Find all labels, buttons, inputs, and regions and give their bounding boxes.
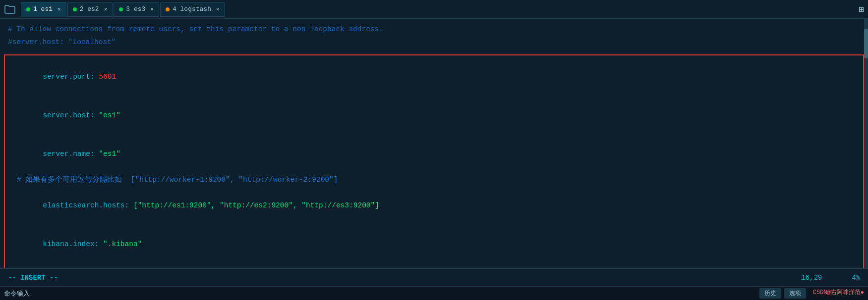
server-port-val: 5601 bbox=[99, 73, 116, 81]
kibana-index-val: ".kibana" bbox=[103, 240, 142, 248]
editor-area: # To allow connections from remote users… bbox=[0, 19, 868, 268]
tab-close-logstash[interactable]: ✕ bbox=[216, 6, 220, 12]
tab-es2[interactable]: 2 es2 ✕ bbox=[67, 2, 113, 17]
tab-dot-es1 bbox=[26, 7, 30, 11]
tab-label-es3: 3 es3 bbox=[126, 5, 145, 13]
server-host-val: "es1" bbox=[99, 111, 120, 119]
tab-label-es1: 1 es1 bbox=[33, 5, 53, 13]
tab-label-es2: 2 es2 bbox=[80, 5, 99, 13]
folder-icon[interactable] bbox=[2, 1, 18, 17]
tab-dot-logstash bbox=[166, 7, 170, 11]
kibana-index-line: kibana.index: ".kibana" bbox=[9, 225, 859, 263]
tab-close-es3[interactable]: ✕ bbox=[150, 6, 154, 12]
es-hosts-line: elasticsearch.hosts: ["http://es1:9200",… bbox=[9, 186, 859, 225]
scroll-percent: 4% bbox=[852, 274, 860, 282]
insert-mode-indicator: -- INSERT -- bbox=[8, 274, 58, 282]
scrollbar-thumb[interactable] bbox=[864, 29, 868, 58]
kibana-index-key: kibana.index: bbox=[43, 240, 103, 248]
server-name-line: server.name: "es1" bbox=[9, 135, 859, 173]
csdn-logo: CSDN@右阿咪洋范● bbox=[813, 288, 864, 299]
command-buttons-group: 历史 选项 CSDN@右阿咪洋范● bbox=[759, 288, 864, 299]
server-port-key: server.port: bbox=[43, 73, 99, 81]
tab-bar: 1 es1 ✕ 2 es2 ✕ 3 es3 ✕ 4 logstash ✕ ⊞ bbox=[0, 0, 868, 19]
es-hosts-val: ["http://es1:9200", "http://es2:9200", "… bbox=[133, 201, 379, 209]
tab-close-es2[interactable]: ✕ bbox=[104, 6, 108, 12]
tab-es1[interactable]: 1 es1 ✕ bbox=[21, 2, 66, 17]
es-hosts-key: elasticsearch.hosts: bbox=[43, 201, 133, 209]
comment-line-1: # To allow connections from remote users… bbox=[0, 23, 868, 36]
tab-es3[interactable]: 3 es3 ✕ bbox=[114, 2, 159, 17]
cursor-position: 16,29 bbox=[801, 274, 822, 282]
tab-dot-es3 bbox=[119, 7, 123, 11]
es-username-line: elasticsearch.username: "es" bbox=[9, 263, 859, 268]
tab-close-es1[interactable]: ✕ bbox=[58, 6, 61, 12]
server-host-key: server.host: bbox=[43, 111, 99, 119]
server-name-key: server.name: bbox=[43, 150, 99, 158]
spacer-1 bbox=[0, 49, 868, 52]
comment-line-2: #server.host: "localhost" bbox=[0, 36, 868, 49]
status-bar: -- INSERT -- 16,29 4% bbox=[0, 268, 868, 286]
history-button[interactable]: 历史 bbox=[759, 288, 781, 299]
server-port-line: server.port: 5601 bbox=[9, 57, 859, 96]
tab-dot-es2 bbox=[73, 7, 77, 11]
highlighted-config-block: server.port: 5601 server.host: "es1" ser… bbox=[4, 54, 864, 268]
grid-icon[interactable]: ⊞ bbox=[857, 2, 866, 17]
comment-chinese-line: # 如果有多个可用逗号分隔比如 ["http://worker-1:9200",… bbox=[9, 173, 859, 186]
command-bar: 命令输入 历史 选项 CSDN@右阿咪洋范● bbox=[0, 286, 868, 300]
tab-logstash[interactable]: 4 logstash ✕ bbox=[160, 2, 225, 17]
tab-label-logstash: 4 logstash bbox=[173, 5, 211, 13]
command-input-label: 命令输入 bbox=[4, 289, 30, 298]
scrollbar[interactable] bbox=[864, 19, 868, 268]
select-button[interactable]: 选项 bbox=[784, 288, 806, 299]
server-name-val: "es1" bbox=[99, 150, 120, 158]
server-host-line: server.host: "es1" bbox=[9, 96, 859, 135]
